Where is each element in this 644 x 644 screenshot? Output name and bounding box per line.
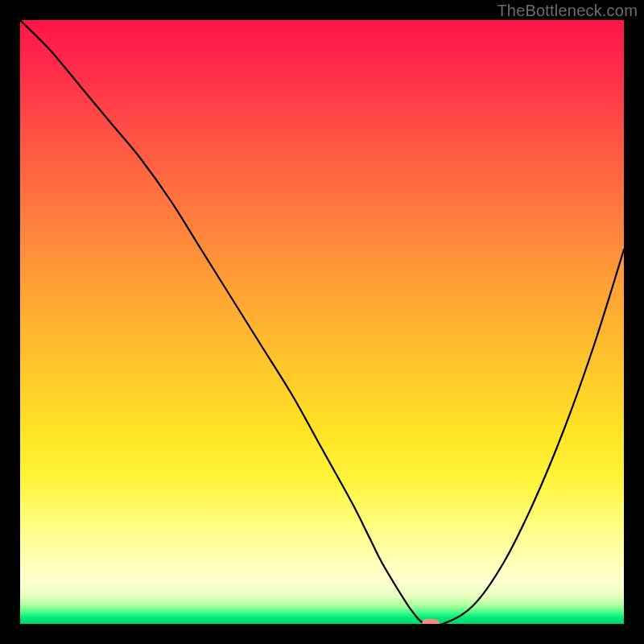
watermark-text: TheBottleneck.com	[497, 2, 638, 20]
bottleneck-line	[20, 20, 624, 624]
plot-area	[20, 20, 624, 624]
optimum-marker	[422, 619, 440, 624]
chart-frame: TheBottleneck.com	[0, 0, 644, 644]
